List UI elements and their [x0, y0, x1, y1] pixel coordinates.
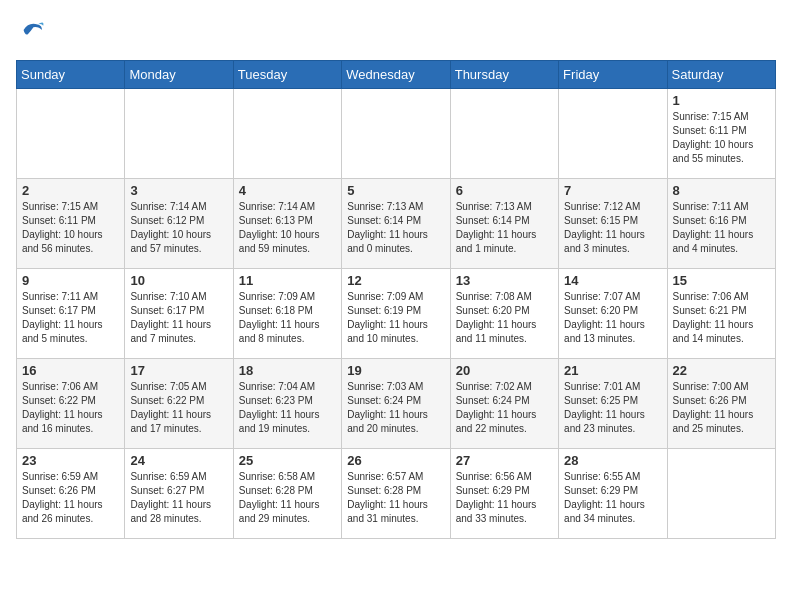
calendar-cell: [233, 89, 341, 179]
calendar-cell: 24Sunrise: 6:59 AM Sunset: 6:27 PM Dayli…: [125, 449, 233, 539]
day-number: 27: [456, 453, 553, 468]
calendar-cell: 2Sunrise: 7:15 AM Sunset: 6:11 PM Daylig…: [17, 179, 125, 269]
day-info: Sunrise: 6:57 AM Sunset: 6:28 PM Dayligh…: [347, 470, 444, 526]
calendar-week-1: 1Sunrise: 7:15 AM Sunset: 6:11 PM Daylig…: [17, 89, 776, 179]
day-number: 5: [347, 183, 444, 198]
day-number: 10: [130, 273, 227, 288]
col-header-saturday: Saturday: [667, 61, 775, 89]
calendar-cell: [667, 449, 775, 539]
day-info: Sunrise: 7:14 AM Sunset: 6:13 PM Dayligh…: [239, 200, 336, 256]
calendar-cell: 27Sunrise: 6:56 AM Sunset: 6:29 PM Dayli…: [450, 449, 558, 539]
day-number: 14: [564, 273, 661, 288]
day-info: Sunrise: 7:03 AM Sunset: 6:24 PM Dayligh…: [347, 380, 444, 436]
calendar-cell: 11Sunrise: 7:09 AM Sunset: 6:18 PM Dayli…: [233, 269, 341, 359]
day-number: 24: [130, 453, 227, 468]
calendar-cell: 22Sunrise: 7:00 AM Sunset: 6:26 PM Dayli…: [667, 359, 775, 449]
day-number: 8: [673, 183, 770, 198]
day-number: 20: [456, 363, 553, 378]
calendar-cell: [342, 89, 450, 179]
calendar-cell: 19Sunrise: 7:03 AM Sunset: 6:24 PM Dayli…: [342, 359, 450, 449]
day-info: Sunrise: 7:15 AM Sunset: 6:11 PM Dayligh…: [673, 110, 770, 166]
day-number: 12: [347, 273, 444, 288]
day-info: Sunrise: 7:05 AM Sunset: 6:22 PM Dayligh…: [130, 380, 227, 436]
page-header: [16, 16, 776, 48]
day-info: Sunrise: 7:09 AM Sunset: 6:18 PM Dayligh…: [239, 290, 336, 346]
calendar-cell: 9Sunrise: 7:11 AM Sunset: 6:17 PM Daylig…: [17, 269, 125, 359]
day-info: Sunrise: 6:59 AM Sunset: 6:26 PM Dayligh…: [22, 470, 119, 526]
calendar-week-4: 16Sunrise: 7:06 AM Sunset: 6:22 PM Dayli…: [17, 359, 776, 449]
day-info: Sunrise: 7:15 AM Sunset: 6:11 PM Dayligh…: [22, 200, 119, 256]
calendar-week-5: 23Sunrise: 6:59 AM Sunset: 6:26 PM Dayli…: [17, 449, 776, 539]
col-header-wednesday: Wednesday: [342, 61, 450, 89]
calendar-table: SundayMondayTuesdayWednesdayThursdayFrid…: [16, 60, 776, 539]
col-header-tuesday: Tuesday: [233, 61, 341, 89]
calendar-cell: [125, 89, 233, 179]
day-info: Sunrise: 6:59 AM Sunset: 6:27 PM Dayligh…: [130, 470, 227, 526]
day-info: Sunrise: 7:13 AM Sunset: 6:14 PM Dayligh…: [456, 200, 553, 256]
calendar-cell: 7Sunrise: 7:12 AM Sunset: 6:15 PM Daylig…: [559, 179, 667, 269]
day-info: Sunrise: 6:58 AM Sunset: 6:28 PM Dayligh…: [239, 470, 336, 526]
day-number: 18: [239, 363, 336, 378]
col-header-friday: Friday: [559, 61, 667, 89]
day-number: 16: [22, 363, 119, 378]
calendar-header-row: SundayMondayTuesdayWednesdayThursdayFrid…: [17, 61, 776, 89]
day-number: 17: [130, 363, 227, 378]
day-info: Sunrise: 7:07 AM Sunset: 6:20 PM Dayligh…: [564, 290, 661, 346]
day-info: Sunrise: 7:08 AM Sunset: 6:20 PM Dayligh…: [456, 290, 553, 346]
day-number: 22: [673, 363, 770, 378]
calendar-cell: 6Sunrise: 7:13 AM Sunset: 6:14 PM Daylig…: [450, 179, 558, 269]
day-info: Sunrise: 7:04 AM Sunset: 6:23 PM Dayligh…: [239, 380, 336, 436]
calendar-cell: [17, 89, 125, 179]
calendar-cell: 17Sunrise: 7:05 AM Sunset: 6:22 PM Dayli…: [125, 359, 233, 449]
day-number: 21: [564, 363, 661, 378]
day-info: Sunrise: 7:09 AM Sunset: 6:19 PM Dayligh…: [347, 290, 444, 346]
day-number: 3: [130, 183, 227, 198]
col-header-sunday: Sunday: [17, 61, 125, 89]
day-info: Sunrise: 7:12 AM Sunset: 6:15 PM Dayligh…: [564, 200, 661, 256]
day-info: Sunrise: 7:06 AM Sunset: 6:21 PM Dayligh…: [673, 290, 770, 346]
calendar-cell: 18Sunrise: 7:04 AM Sunset: 6:23 PM Dayli…: [233, 359, 341, 449]
calendar-cell: 3Sunrise: 7:14 AM Sunset: 6:12 PM Daylig…: [125, 179, 233, 269]
calendar-cell: [559, 89, 667, 179]
calendar-week-2: 2Sunrise: 7:15 AM Sunset: 6:11 PM Daylig…: [17, 179, 776, 269]
day-number: 19: [347, 363, 444, 378]
day-info: Sunrise: 7:11 AM Sunset: 6:17 PM Dayligh…: [22, 290, 119, 346]
calendar-cell: 8Sunrise: 7:11 AM Sunset: 6:16 PM Daylig…: [667, 179, 775, 269]
day-number: 25: [239, 453, 336, 468]
day-number: 6: [456, 183, 553, 198]
day-info: Sunrise: 7:13 AM Sunset: 6:14 PM Dayligh…: [347, 200, 444, 256]
day-number: 13: [456, 273, 553, 288]
calendar-cell: [450, 89, 558, 179]
calendar-cell: 21Sunrise: 7:01 AM Sunset: 6:25 PM Dayli…: [559, 359, 667, 449]
col-header-thursday: Thursday: [450, 61, 558, 89]
logo-icon: [18, 16, 46, 44]
day-number: 15: [673, 273, 770, 288]
calendar-cell: 12Sunrise: 7:09 AM Sunset: 6:19 PM Dayli…: [342, 269, 450, 359]
calendar-cell: 10Sunrise: 7:10 AM Sunset: 6:17 PM Dayli…: [125, 269, 233, 359]
day-info: Sunrise: 6:56 AM Sunset: 6:29 PM Dayligh…: [456, 470, 553, 526]
day-info: Sunrise: 7:11 AM Sunset: 6:16 PM Dayligh…: [673, 200, 770, 256]
day-number: 1: [673, 93, 770, 108]
calendar-week-3: 9Sunrise: 7:11 AM Sunset: 6:17 PM Daylig…: [17, 269, 776, 359]
calendar-cell: 15Sunrise: 7:06 AM Sunset: 6:21 PM Dayli…: [667, 269, 775, 359]
calendar-cell: 16Sunrise: 7:06 AM Sunset: 6:22 PM Dayli…: [17, 359, 125, 449]
calendar-cell: 25Sunrise: 6:58 AM Sunset: 6:28 PM Dayli…: [233, 449, 341, 539]
calendar-cell: 1Sunrise: 7:15 AM Sunset: 6:11 PM Daylig…: [667, 89, 775, 179]
col-header-monday: Monday: [125, 61, 233, 89]
day-info: Sunrise: 7:06 AM Sunset: 6:22 PM Dayligh…: [22, 380, 119, 436]
calendar-cell: 13Sunrise: 7:08 AM Sunset: 6:20 PM Dayli…: [450, 269, 558, 359]
calendar-cell: 28Sunrise: 6:55 AM Sunset: 6:29 PM Dayli…: [559, 449, 667, 539]
calendar-cell: 4Sunrise: 7:14 AM Sunset: 6:13 PM Daylig…: [233, 179, 341, 269]
day-info: Sunrise: 7:10 AM Sunset: 6:17 PM Dayligh…: [130, 290, 227, 346]
day-number: 28: [564, 453, 661, 468]
logo: [16, 16, 46, 48]
calendar-cell: 20Sunrise: 7:02 AM Sunset: 6:24 PM Dayli…: [450, 359, 558, 449]
day-info: Sunrise: 6:55 AM Sunset: 6:29 PM Dayligh…: [564, 470, 661, 526]
day-info: Sunrise: 7:01 AM Sunset: 6:25 PM Dayligh…: [564, 380, 661, 436]
day-number: 7: [564, 183, 661, 198]
calendar-cell: 14Sunrise: 7:07 AM Sunset: 6:20 PM Dayli…: [559, 269, 667, 359]
day-number: 4: [239, 183, 336, 198]
calendar-cell: 26Sunrise: 6:57 AM Sunset: 6:28 PM Dayli…: [342, 449, 450, 539]
day-number: 23: [22, 453, 119, 468]
day-number: 9: [22, 273, 119, 288]
